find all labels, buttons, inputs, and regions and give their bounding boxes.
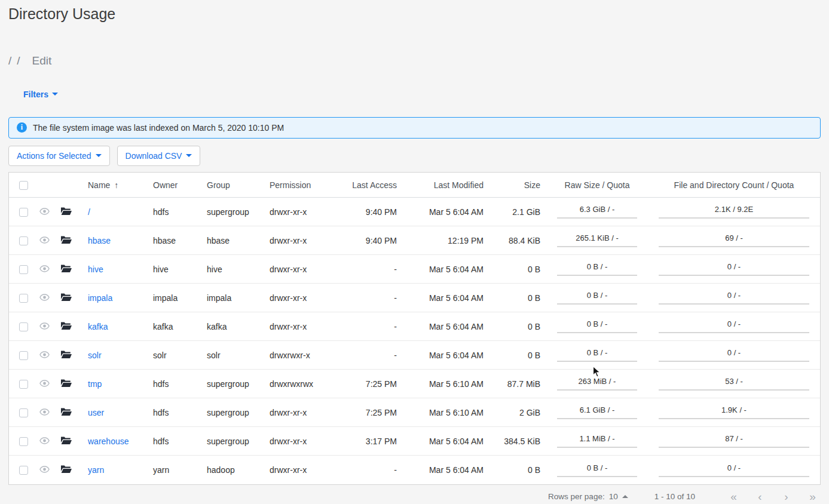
permission-cell: drwxr-xr-x: [264, 398, 338, 427]
folder-open-icon: [60, 408, 72, 418]
file-dir-count-quota-bar: [659, 389, 809, 391]
row-checkbox[interactable]: [19, 351, 28, 360]
directory-name-link[interactable]: impala: [88, 293, 112, 303]
row-checkbox[interactable]: [19, 437, 28, 446]
header-permission[interactable]: Permission: [264, 173, 338, 198]
row-checkbox[interactable]: [19, 380, 28, 389]
directory-name-link[interactable]: user: [88, 408, 104, 417]
chevron-down-icon: [52, 93, 58, 96]
row-checkbox[interactable]: [19, 322, 28, 331]
file-dir-count-quota-cell: 0 / -: [654, 463, 814, 477]
eye-icon[interactable]: [39, 351, 50, 358]
last-access-cell: -: [338, 456, 403, 484]
table-row: impala impala impala drwxr-xr-x - Mar 5 …: [9, 284, 820, 312]
permission-cell: drwxr-xr-x: [264, 284, 338, 312]
size-cell: 2.1 GiB: [490, 198, 546, 226]
size-cell: 0 B: [490, 456, 546, 484]
file-dir-count-quota-bar: [659, 418, 809, 419]
row-checkbox[interactable]: [19, 265, 28, 274]
eye-icon[interactable]: [39, 408, 50, 416]
owner-cell: hbase: [147, 226, 201, 255]
header-size[interactable]: Size: [490, 173, 546, 198]
row-checkbox[interactable]: [19, 236, 28, 245]
owner-cell: solr: [147, 341, 201, 370]
previous-page-button[interactable]: ‹: [755, 490, 765, 504]
filters-toggle[interactable]: Filters: [23, 90, 58, 99]
directory-name-link[interactable]: warehouse: [88, 437, 129, 446]
header-last-access[interactable]: Last Access: [338, 173, 403, 198]
header-last-modified[interactable]: Last Modified: [403, 173, 490, 198]
header-group[interactable]: Group: [201, 173, 264, 198]
directory-name-link[interactable]: hbase: [88, 236, 111, 245]
owner-cell: hive: [147, 255, 201, 284]
eye-icon[interactable]: [39, 322, 50, 330]
raw-size-quota-value: 0 B / -: [587, 348, 608, 357]
rows-per-page-dropdown[interactable]: Rows per page: 10: [548, 492, 628, 501]
directory-name-link[interactable]: /: [88, 207, 90, 217]
permission-cell: drwxr-xr-x: [264, 198, 338, 226]
select-all-checkbox[interactable]: [19, 181, 28, 190]
group-cell: supergroup: [201, 198, 264, 226]
last-page-button[interactable]: »: [807, 490, 818, 504]
toolbar: Actions for Selected Download CSV: [8, 146, 821, 166]
file-dir-count-quota-bar: [659, 217, 809, 219]
file-dir-count-quota-bar: [659, 303, 809, 305]
group-cell: hbase: [201, 226, 264, 255]
table-row: yarn yarn hadoop drwxr-xr-x - Mar 5 6:04…: [9, 456, 820, 484]
raw-size-quota-bar: [557, 332, 637, 333]
row-checkbox[interactable]: [19, 408, 28, 417]
eye-icon[interactable]: [39, 236, 50, 244]
header-owner[interactable]: Owner: [147, 173, 201, 198]
last-modified-cell: Mar 5 6:10 AM: [403, 398, 490, 427]
directory-name-link[interactable]: kafka: [88, 322, 108, 331]
last-modified-cell: Mar 5 6:04 AM: [403, 456, 490, 484]
raw-size-quota-value: 0 B / -: [587, 319, 608, 328]
eye-icon[interactable]: [39, 437, 50, 444]
owner-cell: yarn: [147, 456, 201, 484]
owner-cell: hdfs: [147, 198, 201, 226]
owner-cell: hdfs: [147, 370, 201, 398]
directory-name-link[interactable]: hive: [88, 265, 103, 274]
eye-icon[interactable]: [39, 265, 50, 272]
breadcrumb-root-link[interactable]: /: [8, 54, 11, 67]
table-row: / hdfs supergroup drwxr-xr-x 9:40 PM Mar…: [9, 198, 820, 226]
next-page-button[interactable]: ›: [781, 490, 791, 504]
directory-name-link[interactable]: tmp: [88, 379, 102, 389]
eye-icon[interactable]: [39, 380, 50, 387]
row-checkbox[interactable]: [19, 208, 28, 217]
raw-size-quota-cell: 0 B / -: [552, 262, 642, 276]
file-dir-count-quota-value: 0 / -: [727, 262, 741, 271]
eye-icon[interactable]: [39, 208, 50, 215]
folder-open-icon: [60, 236, 72, 246]
table-row: hive hive hive drwxr-xr-x - Mar 5 6:04 A…: [9, 255, 820, 284]
directory-name-link[interactable]: solr: [88, 351, 102, 360]
folder-open-icon: [60, 208, 72, 217]
raw-size-quota-cell: 0 B / -: [552, 348, 642, 362]
header-name[interactable]: Name↑: [79, 173, 147, 198]
info-icon: i: [17, 122, 27, 133]
owner-cell: hdfs: [147, 427, 201, 456]
file-dir-count-quota-value: 0 / -: [727, 348, 741, 357]
folder-open-icon: [60, 294, 72, 303]
header-file-dir-count-quota[interactable]: File and Directory Count / Quota: [648, 173, 820, 198]
raw-size-quota-value: 1.1 MiB / -: [579, 434, 614, 443]
file-dir-count-quota-cell: 53 / -: [654, 377, 814, 391]
file-dir-count-quota-bar: [659, 447, 809, 448]
first-page-button[interactable]: «: [729, 490, 739, 504]
file-dir-count-quota-value: 2.1K / 9.2E: [715, 205, 753, 214]
file-dir-count-quota-cell: 0 / -: [654, 348, 814, 362]
size-cell: 2 GiB: [490, 398, 546, 427]
eye-icon[interactable]: [39, 294, 50, 301]
actions-for-selected-button[interactable]: Actions for Selected: [8, 146, 110, 166]
row-checkbox[interactable]: [19, 294, 28, 303]
filters-label: Filters: [23, 90, 48, 99]
row-checkbox[interactable]: [19, 466, 28, 475]
raw-size-quota-cell: 6.3 GiB / -: [552, 205, 642, 219]
eye-icon[interactable]: [39, 466, 50, 473]
breadcrumb-edit-link[interactable]: Edit: [32, 54, 52, 67]
header-raw-size-quota[interactable]: Raw Size / Quota: [546, 173, 648, 198]
last-access-cell: 7:25 PM: [338, 370, 403, 398]
download-csv-button[interactable]: Download CSV: [117, 146, 201, 166]
directory-name-link[interactable]: yarn: [88, 465, 104, 475]
table-row: tmp hdfs supergroup drwxrwxrwx 7:25 PM M…: [9, 370, 820, 398]
